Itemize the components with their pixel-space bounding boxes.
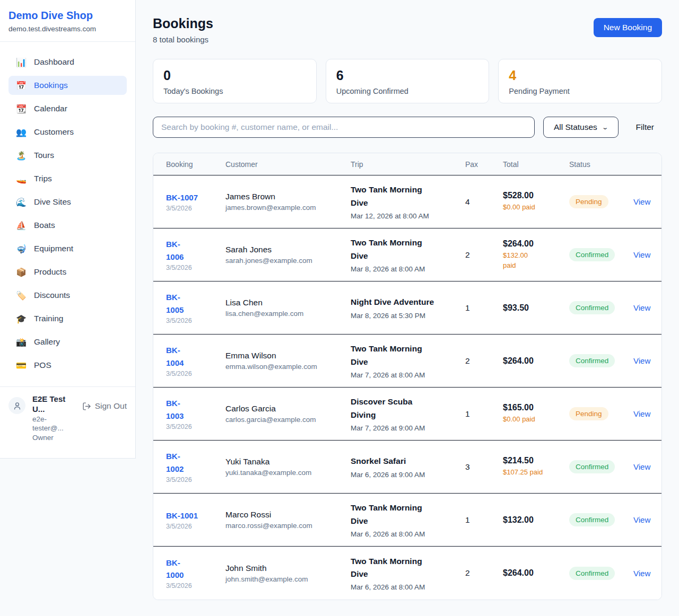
- grad-cap-icon: 🎓: [16, 314, 27, 324]
- table-row: BK- 10023/5/2026Yuki Tanakayuki.tanaka@e…: [153, 441, 661, 494]
- package-icon: 📦: [16, 267, 27, 277]
- sign-out-button[interactable]: Sign Out: [82, 401, 127, 411]
- avatar: [8, 397, 25, 414]
- status-cell: Confirmed: [569, 354, 633, 367]
- status-cell: Confirmed: [569, 567, 633, 580]
- view-link[interactable]: View: [633, 515, 650, 524]
- booking-id-link[interactable]: BK- 1004: [166, 344, 225, 369]
- booking-date: 3/5/2026: [166, 582, 225, 589]
- status-badge: Pending: [569, 407, 608, 420]
- total-amount: $132.00: [503, 515, 569, 525]
- booking-cell: BK- 10063/5/2026: [166, 238, 225, 271]
- status-select-value: All Statuses: [554, 122, 597, 132]
- sidebar-item-calendar[interactable]: 📆Calendar: [8, 99, 127, 118]
- column-header: Booking: [166, 160, 225, 169]
- user-footer: E2E Test U... e2e-tester@... Owner Sign …: [0, 386, 135, 453]
- sidebar-item-label: Tours: [34, 151, 54, 160]
- sign-out-label: Sign Out: [95, 401, 127, 411]
- new-booking-button[interactable]: New Booking: [594, 18, 662, 37]
- sidebar-item-tours[interactable]: 🏝️Tours: [8, 146, 127, 165]
- status-badge: Confirmed: [569, 513, 615, 526]
- booking-cell: BK- 10023/5/2026: [166, 450, 225, 483]
- status-badge: Confirmed: [569, 248, 615, 261]
- customer-email: marco.rossi@example.com: [225, 522, 351, 530]
- sidebar-item-boats[interactable]: ⛵Boats: [8, 216, 127, 235]
- tear-calendar-icon: 📆: [16, 104, 27, 114]
- pax-value: 3: [465, 462, 503, 472]
- booking-date: 3/5/2026: [166, 523, 225, 530]
- customer-cell: James Brownjames.brown@example.com: [225, 192, 351, 212]
- column-header: Customer: [225, 160, 351, 169]
- booking-date: 3/5/2026: [166, 205, 225, 212]
- stat-value: 0: [163, 68, 306, 83]
- view-link[interactable]: View: [633, 197, 650, 206]
- customer-name: Sarah Jones: [225, 245, 351, 254]
- sidebar-item-label: Customers: [34, 127, 74, 137]
- view-link[interactable]: View: [633, 356, 650, 365]
- sidebar-item-bookings[interactable]: 📅Bookings: [8, 76, 127, 95]
- view-link[interactable]: View: [633, 303, 650, 312]
- paid-amount: $0.00 paid: [503, 203, 569, 213]
- search-input[interactable]: [153, 117, 535, 138]
- sidebar-item-gallery[interactable]: 📸Gallery: [8, 332, 127, 351]
- total-amount: $264.00: [503, 356, 569, 366]
- booking-id-link[interactable]: BK- 1002: [166, 450, 225, 475]
- booking-id-link[interactable]: BK-1001: [166, 509, 225, 522]
- customer-name: Yuki Tanaka: [225, 457, 351, 467]
- column-header: Trip: [351, 160, 465, 169]
- filter-button[interactable]: Filter: [628, 118, 662, 136]
- booking-id-link[interactable]: BK- 1000: [166, 557, 225, 582]
- status-select[interactable]: All Statuses ⌄: [543, 117, 619, 138]
- sidebar-item-products[interactable]: 📦Products: [8, 262, 127, 281]
- total-amount: $214.50: [503, 456, 569, 465]
- sidebar-item-label: Dashboard: [34, 57, 74, 67]
- sidebar-item-training[interactable]: 🎓Training: [8, 309, 127, 328]
- total-cell: $165.00$0.00 paid: [503, 403, 569, 425]
- view-link[interactable]: View: [633, 462, 650, 471]
- trip-name: Snorkel Safari: [351, 455, 465, 468]
- paid-amount: $132.00 paid: [503, 251, 569, 271]
- shop-name: Demo Dive Shop: [8, 10, 127, 22]
- stat-card: 6Upcoming Confirmed: [326, 59, 490, 103]
- wave-icon: 🌊: [16, 197, 27, 207]
- booking-cell: BK-10013/5/2026: [166, 509, 225, 530]
- island-icon: 🏝️: [16, 151, 27, 161]
- shop-header: Demo Dive Shop demo.test.divestreams.com: [0, 0, 135, 42]
- people-icon: 👥: [16, 127, 27, 137]
- view-link[interactable]: View: [633, 250, 650, 259]
- customer-cell: Yuki Tanakayuki.tanaka@example.com: [225, 457, 351, 477]
- sidebar-item-pos[interactable]: 💳POS: [8, 356, 127, 375]
- sidebar-item-discounts[interactable]: 🏷️Discounts: [8, 286, 127, 305]
- booking-id-link[interactable]: BK- 1005: [166, 291, 225, 316]
- view-link[interactable]: View: [633, 409, 650, 418]
- trip-cell: Two Tank Morning DiveMar 12, 2026 at 8:0…: [351, 183, 465, 219]
- column-header: Status: [569, 160, 633, 169]
- sidebar-item-trips[interactable]: 🚤Trips: [8, 169, 127, 188]
- customer-email: sarah.jones@example.com: [225, 257, 351, 265]
- sidebar-item-dashboard[interactable]: 📊Dashboard: [8, 52, 127, 72]
- sidebar-item-dive-sites[interactable]: 🌊Dive Sites: [8, 192, 127, 212]
- trip-datetime: Mar 8, 2026 at 5:30 PM: [351, 312, 465, 320]
- user-info: E2E Test U... e2e-tester@... Owner: [32, 394, 75, 442]
- view-link[interactable]: View: [633, 569, 650, 578]
- customer-name: Carlos Garcia: [225, 404, 351, 413]
- stat-value: 4: [509, 68, 651, 83]
- booking-date: 3/5/2026: [166, 476, 225, 483]
- sidebar-item-label: Discounts: [34, 291, 70, 300]
- booking-id-link[interactable]: BK- 1006: [166, 238, 225, 263]
- status-badge: Confirmed: [569, 354, 615, 367]
- camera-icon: 📸: [16, 337, 27, 347]
- sidebar-item-equipment[interactable]: 🤿Equipment: [8, 239, 127, 258]
- customer-name: John Smith: [225, 564, 351, 573]
- sidebar-item-customers[interactable]: 👥Customers: [8, 122, 127, 142]
- total-cell: $214.50$107.25 paid: [503, 456, 569, 478]
- label-tag-icon: 🏷️: [16, 291, 27, 301]
- status-cell: Confirmed: [569, 248, 633, 261]
- trip-datetime: Mar 6, 2026 at 8:00 AM: [351, 530, 465, 538]
- booking-id-link[interactable]: BK-1007: [166, 191, 225, 204]
- trip-cell: Night Dive AdventureMar 8, 2026 at 5:30 …: [351, 296, 465, 319]
- total-cell: $264.00: [503, 568, 569, 578]
- status-badge: Confirmed: [569, 460, 615, 473]
- trip-datetime: Mar 6, 2026 at 9:00 AM: [351, 471, 465, 479]
- booking-id-link[interactable]: BK- 1003: [166, 397, 225, 422]
